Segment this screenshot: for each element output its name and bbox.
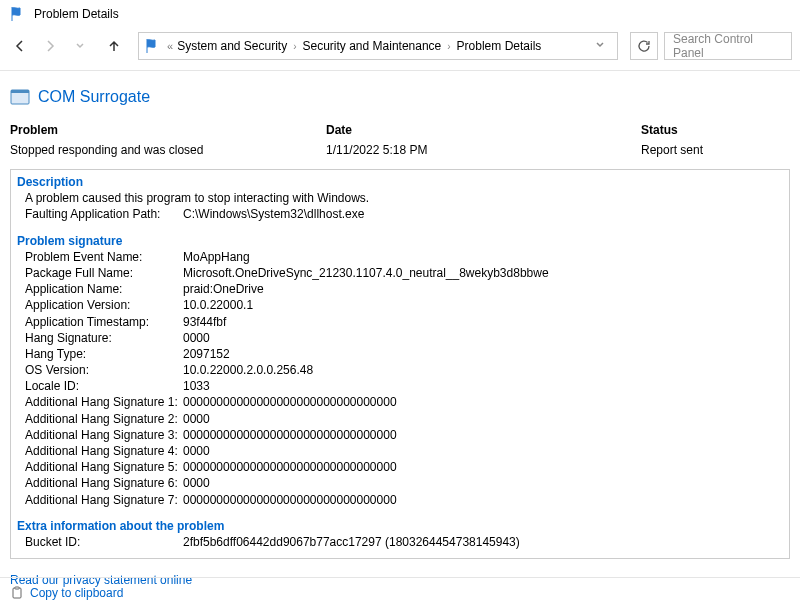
page-header: COM Surrogate xyxy=(10,87,790,107)
signature-rows: Problem Event Name:MoAppHangPackage Full… xyxy=(17,249,783,508)
col-header-status: Status xyxy=(641,123,790,137)
signature-value: 00000000000000000000000000000000 xyxy=(183,394,783,410)
breadcrumb-dropdown[interactable] xyxy=(589,40,611,52)
signature-label: Additional Hang Signature 7: xyxy=(25,492,183,508)
forward-button[interactable] xyxy=(38,34,62,58)
signature-value: Microsoft.OneDriveSync_21230.1107.4.0_ne… xyxy=(183,265,783,281)
bucket-value: 2fbf5b6dff06442dd9067b77acc17297 (180326… xyxy=(183,534,783,550)
signature-row: Additional Hang Signature 4:0000 xyxy=(25,443,783,459)
signature-value: 0000 xyxy=(183,411,783,427)
summary-header-row: Problem Date Status xyxy=(10,123,790,137)
signature-label: Locale ID: xyxy=(25,378,183,394)
copy-to-clipboard-link[interactable]: Copy to clipboard xyxy=(30,586,123,600)
signature-row: Problem Event Name:MoAppHang xyxy=(25,249,783,265)
signature-label: OS Version: xyxy=(25,362,183,378)
faulting-path-label: Faulting Application Path: xyxy=(25,206,183,222)
date-value: 1/11/2022 5:18 PM xyxy=(326,143,641,157)
signature-value: MoAppHang xyxy=(183,249,783,265)
signature-value: 0000 xyxy=(183,330,783,346)
clipboard-icon xyxy=(10,586,24,600)
signature-row: Package Full Name:Microsoft.OneDriveSync… xyxy=(25,265,783,281)
signature-label: Additional Hang Signature 1: xyxy=(25,394,183,410)
bucket-row: Bucket ID: 2fbf5b6dff06442dd9067b77acc17… xyxy=(17,534,783,550)
signature-value: 00000000000000000000000000000000 xyxy=(183,427,783,443)
chevron-right-icon: › xyxy=(447,41,450,52)
chevron-right-icon: › xyxy=(293,41,296,52)
col-header-date: Date xyxy=(326,123,641,137)
signature-value: 93f44fbf xyxy=(183,314,783,330)
bucket-label: Bucket ID: xyxy=(25,534,183,550)
nav-bar: « System and Security › Security and Mai… xyxy=(0,28,800,71)
signature-row: Hang Type:2097152 xyxy=(25,346,783,362)
signature-row: Additional Hang Signature 7:000000000000… xyxy=(25,492,783,508)
chevron-left-double-icon: « xyxy=(167,40,173,52)
refresh-button[interactable] xyxy=(630,32,658,60)
signature-row: Application Name:praid:OneDrive xyxy=(25,281,783,297)
signature-value: 00000000000000000000000000000000 xyxy=(183,492,783,508)
signature-value: 0000 xyxy=(183,443,783,459)
signature-label: Additional Hang Signature 5: xyxy=(25,459,183,475)
up-button[interactable] xyxy=(102,34,126,58)
extra-heading: Extra information about the problem xyxy=(17,518,783,534)
signature-value: 0000 xyxy=(183,475,783,491)
summary-value-row: Stopped responding and was closed 1/11/2… xyxy=(10,139,790,157)
signature-row: Additional Hang Signature 5:000000000000… xyxy=(25,459,783,475)
faulting-path-value: C:\Windows\System32\dllhost.exe xyxy=(183,206,783,222)
col-header-problem: Problem xyxy=(10,123,326,137)
signature-value: 2097152 xyxy=(183,346,783,362)
details-box: Description A problem caused this progra… xyxy=(10,169,790,559)
svg-rect-3 xyxy=(15,587,19,589)
signature-row: Additional Hang Signature 3:000000000000… xyxy=(25,427,783,443)
signature-row: Application Version:10.0.22000.1 xyxy=(25,297,783,313)
flag-icon xyxy=(10,6,26,22)
faulting-path-row: Faulting Application Path: C:\Windows\Sy… xyxy=(17,206,783,222)
signature-label: Application Timestamp: xyxy=(25,314,183,330)
signature-label: Hang Signature: xyxy=(25,330,183,346)
title-bar: Problem Details xyxy=(0,0,800,28)
description-text: A problem caused this program to stop in… xyxy=(17,190,783,206)
app-icon xyxy=(10,87,30,107)
signature-row: Application Timestamp:93f44fbf xyxy=(25,314,783,330)
signature-label: Additional Hang Signature 3: xyxy=(25,427,183,443)
signature-value: 10.0.22000.2.0.0.256.48 xyxy=(183,362,783,378)
footer: Copy to clipboard xyxy=(0,577,800,608)
signature-value: praid:OneDrive xyxy=(183,281,783,297)
signature-value: 1033 xyxy=(183,378,783,394)
flag-icon xyxy=(145,38,161,54)
recent-dropdown[interactable] xyxy=(68,34,92,58)
signature-label: Additional Hang Signature 4: xyxy=(25,443,183,459)
breadcrumb-item[interactable]: Problem Details xyxy=(457,39,542,53)
signature-value: 10.0.22000.1 xyxy=(183,297,783,313)
signature-label: Application Name: xyxy=(25,281,183,297)
content: COM Surrogate Problem Date Status Stoppe… xyxy=(0,71,800,559)
svg-rect-1 xyxy=(11,90,29,93)
signature-row: OS Version:10.0.22000.2.0.0.256.48 xyxy=(25,362,783,378)
status-value: Report sent xyxy=(641,143,790,157)
signature-row: Hang Signature:0000 xyxy=(25,330,783,346)
signature-label: Hang Type: xyxy=(25,346,183,362)
window-title: Problem Details xyxy=(34,7,119,21)
search-input[interactable]: Search Control Panel xyxy=(664,32,792,60)
signature-row: Locale ID:1033 xyxy=(25,378,783,394)
signature-heading: Problem signature xyxy=(17,233,783,249)
description-heading: Description xyxy=(17,174,783,190)
signature-label: Package Full Name: xyxy=(25,265,183,281)
signature-row: Additional Hang Signature 1:000000000000… xyxy=(25,394,783,410)
signature-label: Application Version: xyxy=(25,297,183,313)
signature-row: Additional Hang Signature 2:0000 xyxy=(25,411,783,427)
search-placeholder: Search Control Panel xyxy=(673,32,783,60)
breadcrumb[interactable]: « System and Security › Security and Mai… xyxy=(138,32,618,60)
signature-row: Additional Hang Signature 6:0000 xyxy=(25,475,783,491)
signature-label: Problem Event Name: xyxy=(25,249,183,265)
page-title: COM Surrogate xyxy=(38,88,150,106)
signature-value: 00000000000000000000000000000000 xyxy=(183,459,783,475)
signature-label: Additional Hang Signature 2: xyxy=(25,411,183,427)
signature-label: Additional Hang Signature 6: xyxy=(25,475,183,491)
breadcrumb-item[interactable]: System and Security xyxy=(177,39,287,53)
problem-value: Stopped responding and was closed xyxy=(10,143,326,157)
breadcrumb-item[interactable]: Security and Maintenance xyxy=(303,39,442,53)
back-button[interactable] xyxy=(8,34,32,58)
